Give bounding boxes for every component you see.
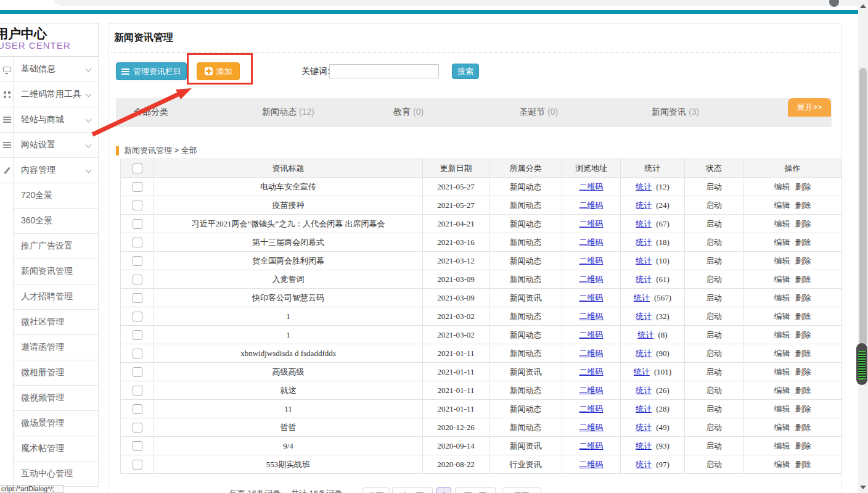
stats-link[interactable]: 统计 (636, 441, 652, 452)
qrcode-link[interactable]: 二维码 (579, 329, 604, 341)
qrcode-link[interactable]: 二维码 (579, 274, 604, 285)
qrcode-link[interactable]: 二维码 (579, 311, 604, 322)
category-tab[interactable]: 教育(0) (393, 107, 424, 118)
sidebar-submenu-item[interactable]: 微场景管理 (14, 411, 98, 436)
qrcode-link[interactable]: 二维码 (579, 385, 604, 396)
delete-link[interactable]: 删除 (795, 181, 811, 193)
sidebar-submenu-item[interactable]: 720全景 (14, 183, 98, 209)
edit-link[interactable]: 编辑 (774, 385, 790, 396)
delete-link[interactable]: 删除 (795, 218, 811, 230)
qrcode-link[interactable]: 二维码 (579, 218, 604, 230)
edit-link[interactable]: 编辑 (774, 459, 790, 470)
row-checkbox[interactable] (133, 386, 142, 396)
delete-link[interactable]: 删除 (795, 292, 811, 304)
keyword-input[interactable] (329, 64, 439, 78)
stats-link[interactable]: 统计 (634, 292, 650, 304)
sidebar-menu-item[interactable]: 轻站与商城 (14, 107, 98, 133)
row-checkbox[interactable] (133, 238, 142, 247)
stats-link[interactable]: 统计 (636, 181, 652, 193)
row-checkbox[interactable] (133, 293, 142, 303)
pagination-button[interactable]: 尾页 (502, 487, 541, 493)
pagination-button[interactable]: 上一页 (392, 487, 433, 493)
edit-link[interactable]: 编辑 (774, 348, 790, 359)
row-checkbox[interactable] (133, 330, 142, 340)
edit-link[interactable]: 编辑 (774, 404, 790, 415)
pagination-button[interactable]: 下一页 (455, 487, 496, 493)
edit-link[interactable]: 编辑 (774, 292, 790, 304)
stats-link[interactable]: 统计 (636, 348, 652, 359)
row-checkbox[interactable] (133, 441, 142, 451)
qrcode-link[interactable]: 二维码 (579, 237, 604, 248)
search-button[interactable]: 搜索 (452, 64, 479, 79)
sidebar-submenu-item[interactable]: 魔术帖管理 (14, 436, 98, 462)
sidebar-submenu-item[interactable]: 微社区管理 (14, 310, 98, 335)
select-all-checkbox[interactable] (133, 164, 142, 173)
qrcode-link[interactable]: 二维码 (579, 255, 604, 267)
scrollbar-gadget[interactable] (856, 343, 867, 385)
delete-link[interactable]: 删除 (795, 422, 811, 433)
delete-link[interactable]: 删除 (795, 441, 811, 452)
sidebar-icon-cell[interactable] (0, 158, 14, 183)
qrcode-link[interactable]: 二维码 (579, 348, 604, 359)
stats-link[interactable]: 统计 (636, 200, 652, 211)
sidebar-icon-cell[interactable] (0, 107, 14, 133)
edit-link[interactable]: 编辑 (774, 181, 790, 193)
row-checkbox[interactable] (133, 182, 142, 192)
qrcode-link[interactable]: 二维码 (579, 422, 604, 433)
sidebar-menu-item[interactable]: 内容管理 (14, 158, 98, 183)
row-checkbox[interactable] (133, 404, 142, 414)
stats-link[interactable]: 统计 (636, 385, 652, 396)
delete-link[interactable]: 删除 (795, 311, 811, 322)
category-tab[interactable]: 新闻动态(12) (262, 107, 314, 118)
edit-link[interactable]: 编辑 (774, 329, 790, 341)
delete-link[interactable]: 删除 (795, 329, 811, 341)
row-checkbox[interactable] (133, 201, 142, 210)
qrcode-link[interactable]: 二维码 (579, 404, 604, 415)
sidebar-menu-item[interactable]: 基础信息 (14, 57, 98, 82)
edit-link[interactable]: 编辑 (774, 422, 790, 433)
delete-link[interactable]: 删除 (795, 385, 811, 396)
sidebar-submenu-item[interactable]: 微相册管理 (14, 360, 98, 386)
sidebar-menu-item[interactable]: 二维码常用工具 (14, 82, 98, 107)
category-tab[interactable]: 圣诞节(0) (519, 107, 558, 118)
manage-columns-button[interactable]: 管理资讯栏目 (116, 62, 187, 80)
stats-link[interactable]: 统计 (636, 459, 652, 470)
edit-link[interactable]: 编辑 (774, 441, 790, 452)
pagination-button[interactable]: 首页 (362, 487, 390, 493)
sidebar-icon-cell[interactable] (0, 133, 14, 158)
scroll-down-arrow-icon[interactable] (860, 486, 866, 489)
sidebar-icon-cell[interactable] (0, 57, 14, 82)
delete-link[interactable]: 删除 (795, 255, 811, 267)
stats-link[interactable]: 统计 (636, 237, 652, 248)
stats-link[interactable]: 统计 (634, 367, 650, 378)
edit-link[interactable]: 编辑 (774, 255, 790, 267)
scrollbar-thumb[interactable] (859, 68, 867, 347)
qrcode-link[interactable]: 二维码 (579, 459, 604, 470)
category-tab[interactable]: 新闻资讯(3) (652, 107, 699, 118)
row-checkbox[interactable] (133, 367, 142, 377)
delete-link[interactable]: 删除 (795, 367, 811, 378)
edit-link[interactable]: 编辑 (774, 274, 790, 285)
row-checkbox[interactable] (133, 460, 142, 470)
qrcode-link[interactable]: 二维码 (579, 441, 604, 452)
sidebar-submenu-item[interactable]: 互动中心管理 (14, 462, 98, 487)
delete-link[interactable]: 删除 (795, 274, 811, 285)
edit-link[interactable]: 编辑 (774, 367, 790, 378)
expand-button[interactable]: 展开>> (788, 98, 831, 117)
sidebar-submenu-item[interactable]: 新闻资讯管理 (14, 259, 98, 284)
edit-link[interactable]: 编辑 (774, 218, 790, 230)
edit-link[interactable]: 编辑 (774, 237, 790, 248)
qrcode-link[interactable]: 二维码 (579, 200, 604, 211)
row-checkbox[interactable] (133, 256, 142, 266)
sidebar-submenu-item[interactable]: 微视频管理 (14, 386, 98, 411)
delete-link[interactable]: 删除 (795, 237, 811, 248)
row-checkbox[interactable] (133, 275, 142, 284)
browser-address-bar[interactable] (52, 0, 868, 6)
browser-scrollbar[interactable] (858, 0, 868, 493)
row-checkbox[interactable] (133, 312, 142, 321)
sidebar-submenu-item[interactable]: 推广广告设置 (14, 234, 98, 259)
sidebar-menu-item[interactable]: 网站设置 (14, 133, 98, 158)
stats-link[interactable]: 统计 (636, 218, 652, 230)
sidebar-icon-cell[interactable] (0, 82, 14, 107)
sidebar-submenu-item[interactable]: 360全景 (14, 209, 98, 234)
